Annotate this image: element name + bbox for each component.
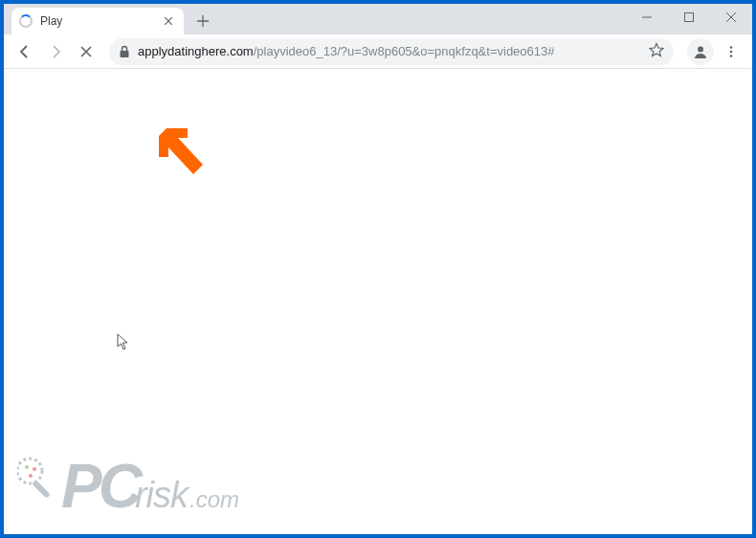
svg-rect-1 xyxy=(121,51,129,57)
url-domain: applydatinghere.com xyxy=(138,44,254,58)
svg-point-8 xyxy=(33,467,36,471)
minimize-button[interactable] xyxy=(626,4,668,31)
stop-reload-button[interactable] xyxy=(73,38,100,65)
back-button[interactable] xyxy=(11,38,38,65)
watermark-risk: risk xyxy=(135,475,188,516)
lock-icon xyxy=(119,45,130,58)
watermark-com: .com xyxy=(189,486,239,513)
svg-point-4 xyxy=(730,50,733,53)
close-window-button[interactable] xyxy=(710,4,752,31)
watermark: PC risk .com xyxy=(17,452,239,517)
svg-rect-0 xyxy=(685,13,694,22)
tab-strip: Play xyxy=(4,4,752,34)
bookmark-star-icon[interactable] xyxy=(649,42,664,60)
svg-point-7 xyxy=(25,465,29,469)
window-controls xyxy=(626,4,752,31)
forward-button[interactable] xyxy=(42,38,69,65)
svg-point-3 xyxy=(730,46,733,49)
new-tab-button[interactable] xyxy=(189,8,216,34)
toolbar: applydatinghere.com/playvideo6_13/?u=3w8… xyxy=(4,34,752,69)
annotation-arrow-icon xyxy=(157,126,214,188)
maximize-button[interactable] xyxy=(668,4,710,31)
browser-tab[interactable]: Play xyxy=(11,8,184,34)
loading-spinner-icon xyxy=(19,14,33,28)
svg-point-9 xyxy=(29,474,33,478)
profile-button[interactable] xyxy=(687,38,714,65)
menu-button[interactable] xyxy=(718,38,745,65)
watermark-logo-icon xyxy=(17,452,59,507)
browser-window: Play xyxy=(4,4,752,534)
url-path: /playvideo6_13/?u=3w8p605&o=pnqkfzq&t=vi… xyxy=(254,44,555,58)
address-bar[interactable]: applydatinghere.com/playvideo6_13/?u=3w8… xyxy=(109,38,674,65)
page-content: PC risk .com xyxy=(4,69,752,534)
url-text: applydatinghere.com/playvideo6_13/?u=3w8… xyxy=(138,44,555,58)
svg-point-5 xyxy=(730,55,733,57)
svg-rect-10 xyxy=(32,480,51,499)
watermark-pc: PC xyxy=(61,456,139,517)
svg-point-2 xyxy=(698,46,703,52)
tab-title: Play xyxy=(40,14,161,28)
mouse-cursor-icon xyxy=(117,333,130,354)
svg-point-6 xyxy=(17,459,42,483)
close-tab-icon[interactable] xyxy=(161,13,176,29)
